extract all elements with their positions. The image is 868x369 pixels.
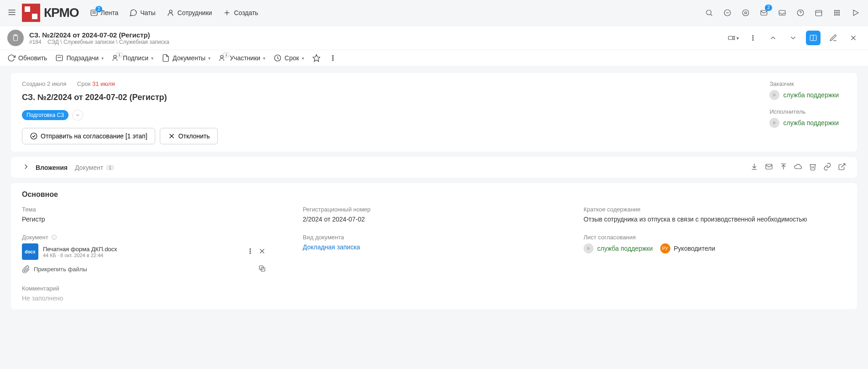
video-button[interactable]: ▾	[726, 31, 740, 45]
user-icon	[167, 9, 175, 17]
svg-point-36	[752, 37, 753, 38]
cloud-button[interactable]	[794, 163, 802, 172]
file-name[interactable]: Печатная форма ДКП.docx	[43, 246, 117, 253]
more-vertical-icon	[749, 34, 757, 42]
svg-rect-57	[766, 164, 772, 169]
layout-icon	[809, 34, 817, 42]
copy-icon	[258, 264, 266, 273]
svg-point-21	[834, 10, 835, 11]
help-button[interactable]	[795, 7, 806, 18]
panel-button[interactable]	[806, 31, 821, 45]
inbox-button[interactable]	[777, 7, 788, 18]
documents-button[interactable]: Документы ▾	[162, 54, 210, 62]
copy-button[interactable]	[258, 264, 266, 274]
svg-point-50	[332, 59, 333, 60]
deadline-label: Срок	[284, 54, 299, 62]
edit-button[interactable]	[826, 31, 841, 45]
apps-button[interactable]	[831, 7, 842, 18]
trash-icon	[809, 163, 817, 171]
help-icon	[796, 9, 805, 17]
customer-chip[interactable]: служба поддержки	[769, 90, 839, 100]
participants-label: Участники	[230, 54, 260, 62]
svg-point-48	[332, 55, 333, 56]
external-icon	[838, 163, 846, 171]
approval-user-2[interactable]: РУ Руководители	[660, 243, 715, 253]
at-icon	[742, 9, 750, 17]
check-circle-icon	[30, 132, 38, 140]
nav-feed[interactable]: Лента 2	[90, 9, 119, 17]
nav-employees[interactable]: Сотрудники	[167, 9, 212, 17]
close-icon	[849, 34, 857, 42]
expand-attachments[interactable]	[22, 163, 30, 172]
summary-value: Отзыв сотрудника из отпуска в связи с пр…	[584, 216, 846, 223]
refresh-label: Обновить	[18, 54, 47, 62]
file-remove-button[interactable]	[258, 247, 266, 257]
chevron-down-icon: ▾	[263, 56, 265, 61]
download-button[interactable]	[750, 163, 758, 172]
deadline-meta-label: Срок	[77, 80, 91, 87]
nav-chats[interactable]: Чаты	[129, 9, 155, 17]
doctype-label: Вид документа	[303, 234, 565, 241]
attachments-tab-label: Документ	[75, 164, 103, 171]
external-button[interactable]	[838, 163, 846, 172]
signatures-button[interactable]: 1 Подписи ▾	[112, 54, 153, 62]
comment-value: Не заполнено	[22, 295, 284, 302]
deadline-button[interactable]: Срок ▾	[274, 54, 304, 62]
file-more-button[interactable]	[246, 247, 254, 257]
mail-button[interactable]: 2	[758, 7, 769, 18]
close-button[interactable]	[846, 31, 861, 45]
more-button[interactable]	[746, 31, 760, 45]
svg-rect-19	[815, 11, 822, 16]
svg-rect-15	[761, 11, 767, 16]
svg-marker-54	[774, 94, 776, 96]
signatures-label: Подписи	[123, 54, 148, 62]
summary-label: Краткое содержание	[584, 206, 846, 213]
chat-icon	[129, 9, 137, 17]
approval-user-1[interactable]: служба поддержки	[584, 243, 653, 253]
plus-icon	[223, 9, 231, 17]
logo[interactable]: КРМО	[22, 4, 79, 22]
chevron-right-icon	[22, 163, 30, 171]
executor-chip[interactable]: служба поддержки	[769, 118, 839, 128]
calendar-button[interactable]	[813, 7, 824, 18]
svg-marker-55	[774, 121, 776, 124]
mention-button[interactable]	[740, 7, 751, 18]
send-approval-button[interactable]: Отправить на согласование [1 этап]	[22, 128, 155, 144]
toolbar-more-button[interactable]	[329, 54, 337, 62]
next-button[interactable]	[786, 31, 800, 45]
search-button[interactable]	[704, 7, 715, 18]
favorite-button[interactable]	[312, 54, 321, 62]
play-button[interactable]	[850, 7, 861, 18]
svg-rect-16	[779, 11, 785, 16]
clock-icon	[274, 54, 282, 62]
status-dropdown[interactable]	[72, 110, 83, 121]
svg-marker-30	[853, 10, 858, 16]
reject-button[interactable]: Отклонить	[160, 128, 218, 144]
refresh-button[interactable]: Обновить	[7, 54, 47, 62]
svg-point-45	[221, 55, 223, 58]
created-value: 2 июля	[47, 80, 66, 87]
attachments-tab[interactable]: Документ 1	[75, 164, 114, 171]
upload-button[interactable]	[779, 163, 788, 172]
logo-icon	[22, 4, 40, 22]
messages-button[interactable]	[722, 7, 733, 18]
link-button[interactable]	[823, 163, 831, 172]
avatar	[769, 118, 779, 128]
chevron-down-icon: ▾	[151, 56, 153, 61]
prev-button[interactable]	[766, 31, 780, 45]
attach-files-link[interactable]: Прикрепить файлы	[22, 264, 284, 274]
executor-label: Исполнитель	[769, 108, 839, 115]
trash-button[interactable]	[809, 163, 817, 172]
doctype-value[interactable]: Докладная записка	[303, 243, 565, 251]
menu-button[interactable]	[7, 8, 16, 18]
svg-point-35	[752, 35, 753, 36]
subtasks-button[interactable]: Подзадачи ▾	[55, 54, 104, 62]
play-small-icon	[772, 93, 777, 97]
nav-feed-label: Лента	[101, 9, 119, 16]
participants-button[interactable]: 1 Участники ▾	[219, 54, 265, 62]
mail-attach-button[interactable]	[765, 163, 773, 172]
approval-user-2-name: Руководители	[674, 245, 715, 252]
nav-create[interactable]: Создать	[223, 9, 258, 17]
approval-label: Лист согласования	[584, 234, 846, 241]
close-icon	[258, 247, 266, 255]
